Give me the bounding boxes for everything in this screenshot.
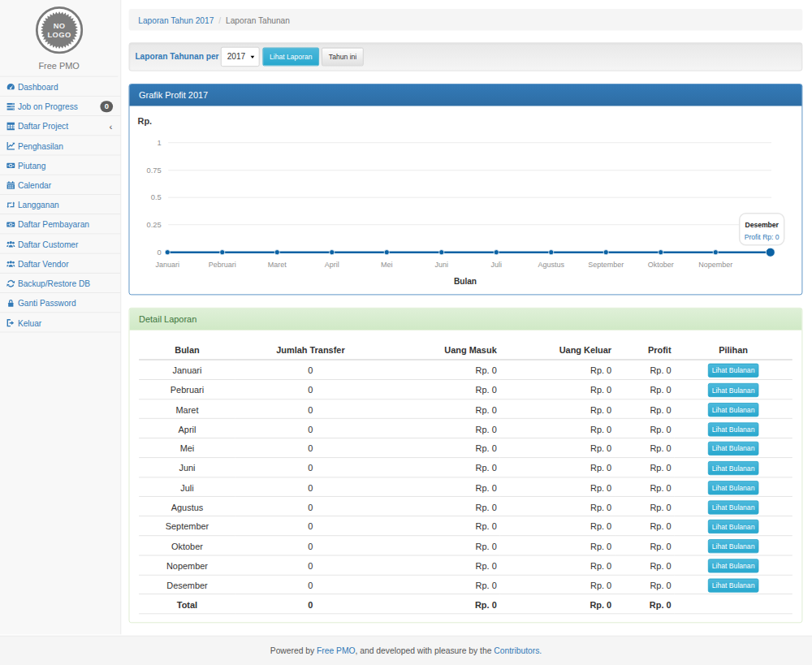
svg-text:Profit Rp: 0: Profit Rp: 0 xyxy=(745,233,780,241)
svg-text:Bulan: Bulan xyxy=(454,277,477,286)
svg-text:Desember: Desember xyxy=(745,221,779,229)
svg-text:NO: NO xyxy=(53,22,65,30)
svg-text:0.75: 0.75 xyxy=(147,166,162,175)
svg-text:0: 0 xyxy=(158,248,162,257)
svg-text:Juni: Juni xyxy=(435,261,448,269)
svg-text:September: September xyxy=(588,261,624,269)
svg-text:0.5: 0.5 xyxy=(151,193,162,201)
svg-text:Agustus: Agustus xyxy=(538,261,565,269)
svg-text:LOGO: LOGO xyxy=(47,31,71,39)
svg-text:0.25: 0.25 xyxy=(147,221,162,229)
svg-text:Maret: Maret xyxy=(268,261,287,269)
svg-text:April: April xyxy=(325,261,339,269)
svg-text:Pebruari: Pebruari xyxy=(209,261,236,269)
svg-text:Nopember: Nopember xyxy=(698,261,732,269)
svg-text:Januari: Januari xyxy=(156,261,179,269)
svg-text:Oktober: Oktober xyxy=(648,261,674,269)
svg-text:Juli: Juli xyxy=(491,261,502,269)
svg-text:Mei: Mei xyxy=(381,261,392,269)
svg-text:1: 1 xyxy=(158,139,162,147)
